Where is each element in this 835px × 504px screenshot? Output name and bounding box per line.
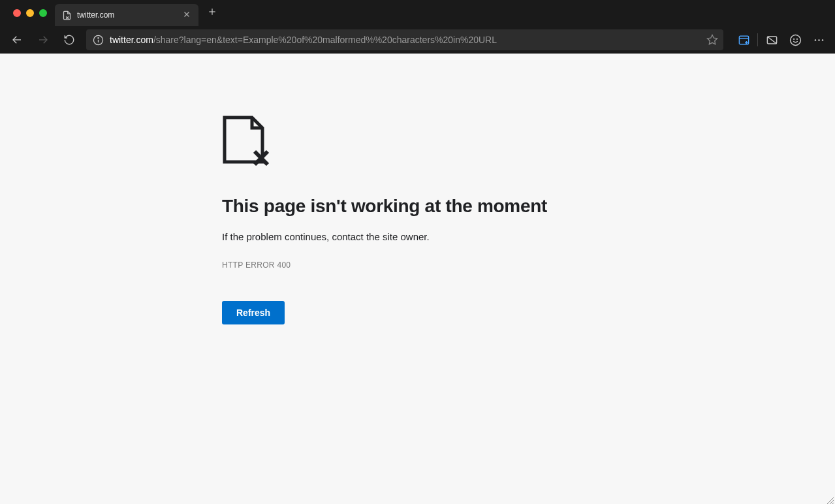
tab-title: twitter.com: [77, 10, 176, 20]
svg-point-19: [814, 39, 816, 41]
page-content: This page isn't working at the moment If…: [0, 54, 627, 324]
browser-tab[interactable]: twitter.com: [55, 4, 198, 26]
forward-button: [31, 28, 55, 52]
toolbar-right: [729, 29, 830, 51]
error-page-icon: [222, 115, 627, 168]
svg-point-20: [818, 39, 820, 41]
page-error-icon: [61, 10, 72, 20]
svg-point-21: [821, 39, 823, 41]
more-options-button[interactable]: [808, 29, 830, 51]
separator: [757, 33, 758, 46]
collections-button[interactable]: [733, 29, 755, 51]
reload-button[interactable]: [57, 28, 81, 52]
address-bar[interactable]: twitter.com/share?lang=en&text=Example%2…: [86, 29, 723, 50]
window-minimize-button[interactable]: [26, 9, 34, 17]
window-controls: [5, 9, 55, 17]
browser-chrome: twitter.com: [0, 0, 835, 54]
site-info-icon[interactable]: [91, 33, 104, 46]
error-title: This page isn't working at the moment: [222, 196, 627, 217]
window-close-button[interactable]: [13, 9, 21, 17]
url-text: twitter.com/share?lang=en&text=Example%2…: [110, 35, 701, 45]
svg-line-15: [767, 36, 776, 43]
tab-bar: twitter.com: [0, 0, 835, 26]
svg-point-16: [790, 35, 800, 45]
svg-point-10: [97, 37, 98, 38]
new-tab-button[interactable]: [198, 7, 226, 19]
error-description: If the problem continues, contact the si…: [222, 231, 627, 242]
resize-handle[interactable]: [826, 495, 834, 503]
refresh-button[interactable]: Refresh: [222, 301, 285, 324]
svg-point-18: [796, 39, 797, 39]
svg-marker-11: [708, 35, 717, 44]
favorite-button[interactable]: [706, 34, 718, 46]
back-button[interactable]: [5, 28, 29, 52]
profile-button[interactable]: [784, 29, 806, 51]
error-code: HTTP ERROR 400: [222, 260, 627, 270]
url-path: /share?lang=en&text=Example%20of%20malfo…: [153, 35, 497, 45]
svg-point-17: [793, 39, 794, 39]
url-domain: twitter.com: [110, 35, 153, 45]
tab-close-button[interactable]: [181, 8, 192, 22]
window-maximize-button[interactable]: [39, 9, 47, 17]
media-control-button[interactable]: [761, 29, 783, 51]
navigation-bar: twitter.com/share?lang=en&text=Example%2…: [0, 26, 835, 54]
